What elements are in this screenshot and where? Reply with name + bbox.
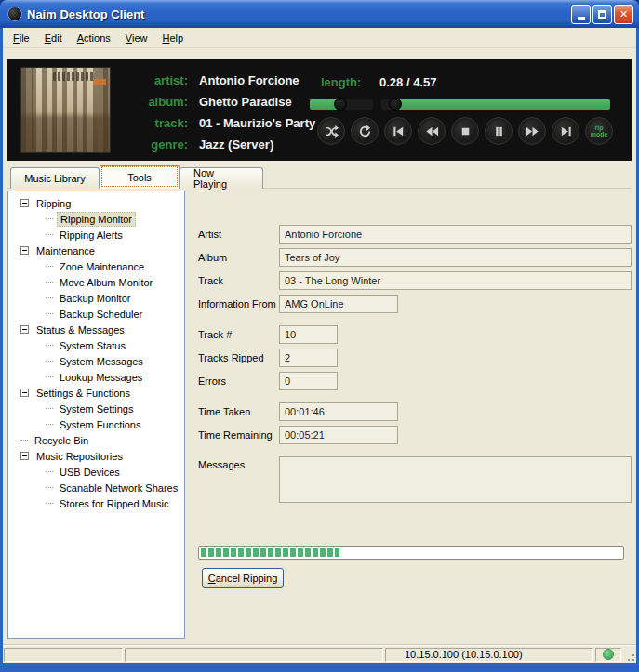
close-button[interactable]: ✕ xyxy=(614,5,633,24)
messages-field[interactable] xyxy=(279,456,632,503)
menu-item-view[interactable]: View xyxy=(118,30,155,46)
tree-item-label: USB Devices xyxy=(57,466,123,479)
form-row: Tracks Ripped2 xyxy=(198,349,632,367)
tree-item-usb-devices[interactable]: USB Devices xyxy=(8,464,184,480)
field-label: Track xyxy=(198,275,279,286)
cancel-ripping-button[interactable]: Cancel Ripping xyxy=(202,568,284,588)
skip-forward-button[interactable] xyxy=(552,117,579,145)
tree-item-label: Status & Messages xyxy=(33,323,127,336)
collapse-icon[interactable] xyxy=(20,199,29,207)
titlebar[interactable]: Naim Desktop Client ✕ xyxy=(0,0,639,28)
information-from-field[interactable]: AMG OnLine xyxy=(279,295,398,313)
tracks-ripped-field[interactable]: 2 xyxy=(279,349,338,367)
rip-mode-button[interactable]: ripmode xyxy=(585,117,613,145)
volume-thumb[interactable] xyxy=(334,98,347,111)
rip-mode-label: ripmode xyxy=(591,125,608,138)
stop-button[interactable] xyxy=(451,117,479,145)
menu-item-file[interactable]: File xyxy=(6,30,37,46)
form-row: Time Remaining00:05:21 xyxy=(198,426,632,444)
tree-item-label: Ripping xyxy=(33,197,73,210)
app-window: Naim Desktop Client ✕ FileEditActionsVie… xyxy=(0,0,639,672)
tree-item-backup-scheduler[interactable]: Backup Scheduler xyxy=(8,306,184,322)
tree-item-system-functions[interactable]: System Functions xyxy=(8,416,184,432)
album-field[interactable]: Tears of Joy xyxy=(279,248,632,267)
collapse-icon[interactable] xyxy=(20,389,29,397)
minimize-button[interactable] xyxy=(571,5,591,24)
shuffle-button[interactable] xyxy=(317,117,345,145)
collapse-icon[interactable] xyxy=(20,452,29,460)
menu-item-actions[interactable]: Actions xyxy=(70,30,118,46)
tab-now-playing[interactable]: Now Playing xyxy=(180,167,263,189)
tree-item-maintenance[interactable]: Maintenance xyxy=(8,243,184,258)
collapse-icon[interactable] xyxy=(20,246,29,255)
tree-item-label: Ripping Alerts xyxy=(57,229,126,242)
tree-item-recycle-bin[interactable]: Recycle Bin xyxy=(8,432,184,448)
tree-connector xyxy=(46,234,53,235)
transport-controls: ripmode xyxy=(317,117,613,145)
tree-item-system-settings[interactable]: System Settings xyxy=(8,401,184,416)
tree-item-move-album-monitor[interactable]: Move Album Monitor xyxy=(8,274,184,290)
tab-music-library[interactable]: Music Library xyxy=(10,167,100,189)
resize-grip[interactable] xyxy=(623,650,636,663)
tools-tree: RippingRipping MonitorRipping AlertsMain… xyxy=(7,191,185,639)
seek-slider[interactable] xyxy=(381,99,610,110)
tree-item-label: Ripping Monitor xyxy=(57,212,136,227)
pause-icon xyxy=(492,125,506,138)
ripping-monitor-form: ArtistAntonio ForcioneAlbumTears of JoyT… xyxy=(198,225,632,507)
tree-item-label: Maintenance xyxy=(33,244,98,257)
stop-icon xyxy=(459,125,473,138)
field-label: Information From xyxy=(198,298,279,310)
menu-item-edit[interactable]: Edit xyxy=(37,30,70,46)
repeat-icon xyxy=(358,125,372,138)
errors-field[interactable]: 0 xyxy=(279,372,338,390)
track-field[interactable]: 03 - The Long Winter xyxy=(279,271,632,290)
tree-item-label: Recycle Bin xyxy=(32,434,91,447)
close-icon: ✕ xyxy=(619,8,628,20)
tree-item-ripping[interactable]: Ripping xyxy=(8,195,184,211)
tree-item-system-messages[interactable]: System Messages xyxy=(8,353,184,369)
time-remaining-field[interactable]: 00:05:21 xyxy=(279,426,398,444)
now-playing-field-label: genre: xyxy=(140,138,188,152)
volume-slider[interactable] xyxy=(310,99,373,110)
field-label: Time Taken xyxy=(198,406,279,417)
tree-item-settings-functions[interactable]: Settings & Functions xyxy=(8,385,184,401)
tree-item-ripping-monitor[interactable]: Ripping Monitor xyxy=(8,211,184,227)
repeat-button[interactable] xyxy=(351,117,379,145)
length-value: 0.28 / 4.57 xyxy=(379,75,436,89)
collapse-icon[interactable] xyxy=(20,325,29,334)
track--field[interactable]: 10 xyxy=(279,325,338,344)
seek-fill xyxy=(393,99,610,110)
tree-item-stores-for-ripped-music[interactable]: Stores for Ripped Music xyxy=(8,495,184,511)
skip-back-button[interactable] xyxy=(384,117,412,145)
maximize-button[interactable] xyxy=(592,5,612,24)
tree-item-backup-monitor[interactable]: Backup Monitor xyxy=(8,290,184,306)
tree-item-label: System Settings xyxy=(57,402,136,415)
field-label: Track # xyxy=(198,329,279,340)
artist-field[interactable]: Antonio Forcione xyxy=(279,225,632,244)
pause-button[interactable] xyxy=(485,117,513,145)
fast-forward-button[interactable] xyxy=(518,117,546,145)
rewind-button[interactable] xyxy=(418,117,446,145)
tree-item-zone-maintenance[interactable]: Zone Maintenance xyxy=(8,258,184,274)
menu-item-help[interactable]: Help xyxy=(154,30,191,46)
album-art-detail xyxy=(93,79,106,85)
now-playing-row: track:01 - Maurizio's Party xyxy=(140,112,315,134)
tree-connector xyxy=(46,376,53,377)
tree-item-scanable-network-shares[interactable]: Scanable Network Shares xyxy=(8,480,184,495)
tree-item-status-messages[interactable]: Status & Messages xyxy=(8,322,184,337)
tree-item-lookup-messages[interactable]: Lookup Messages xyxy=(8,369,184,385)
tree-item-label: Backup Scheduler xyxy=(57,308,145,321)
tree-item-label: Zone Maintenance xyxy=(57,260,147,273)
tree-item-ripping-alerts[interactable]: Ripping Alerts xyxy=(8,227,184,243)
client-area: FileEditActionsViewHelp artist:Antonio F… xyxy=(3,28,636,663)
tree-connector xyxy=(20,440,28,441)
time-taken-field[interactable]: 00:01:46 xyxy=(279,402,398,421)
window-controls: ✕ xyxy=(571,5,633,24)
tree-item-system-status[interactable]: System Status xyxy=(8,337,184,353)
tree-item-label: Stores for Ripped Music xyxy=(57,497,171,510)
tree-connector xyxy=(46,345,53,346)
form-row-messages: Messages xyxy=(198,456,632,503)
tree-item-music-repositories[interactable]: Music Repositories xyxy=(8,448,184,464)
tab-tools[interactable]: Tools xyxy=(100,165,180,189)
field-label: Album xyxy=(198,252,279,263)
